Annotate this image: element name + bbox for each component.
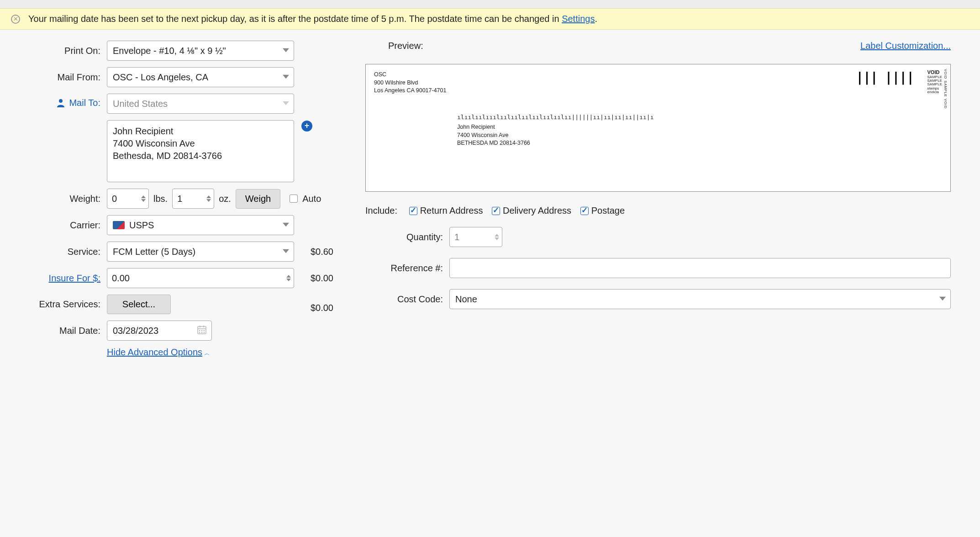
svg-point-7 [204, 330, 204, 331]
reference-input[interactable] [449, 258, 951, 278]
cost-code-value: None [455, 294, 477, 305]
carrier-value: USPS [129, 220, 154, 231]
stamps-endicia-text: stamps endicia [927, 87, 942, 95]
preview-label: Preview: [388, 41, 423, 51]
extra-price: $0.00 [294, 295, 338, 313]
quantity-value: 1 [454, 232, 459, 242]
insure-price: $0.00 [294, 273, 338, 284]
insure-input[interactable]: 0.00 [107, 268, 294, 288]
preview-panel: Preview: Label Customization... OSC 900 … [365, 41, 969, 358]
reference-label: Reference #: [365, 263, 443, 274]
carrier-select[interactable]: USPS [107, 215, 294, 235]
label-customization-link[interactable]: Label Customization... [860, 41, 951, 51]
svg-point-10 [204, 332, 204, 332]
print-on-select[interactable]: Envelope - #10, 4 ⅛" x 9 ½" [107, 41, 294, 61]
mail-from-value: OSC - Los Angeles, CA [113, 72, 208, 83]
void-text: VOID [927, 69, 940, 75]
insure-value: 0.00 [112, 273, 130, 284]
include-options: Include: Return Address Delivery Address… [365, 205, 951, 216]
barcode-icon: ||| |||| [856, 70, 914, 85]
banner-message: Your mailing date has been set to the ne… [28, 14, 597, 24]
address-textarea[interactable]: John Recipient 7400 Wisconsin Ave Bethes… [107, 120, 294, 182]
chevron-down-icon [939, 296, 946, 302]
mail-from-label: Mail From: [2, 72, 107, 83]
mail-to-label-text: Mail To: [69, 98, 100, 108]
weigh-button[interactable]: Weigh [236, 189, 280, 209]
oz-unit-label: oz. [219, 194, 231, 204]
chevron-down-icon [283, 100, 289, 107]
destination-address-preview: John Recipient 7400 Wisconsin Ave BETHES… [457, 123, 653, 147]
include-delivery-address-checkbox[interactable] [492, 207, 500, 215]
calendar-icon[interactable] [197, 325, 207, 337]
chevron-down-icon [283, 248, 289, 255]
print-on-label: Print On: [2, 46, 107, 56]
banner-text: Your mailing date has been set to the ne… [28, 14, 562, 24]
weight-oz-input[interactable]: 1 [172, 189, 214, 209]
quantity-input[interactable]: 1 [449, 227, 502, 247]
mail-to-label[interactable]: Mail To: [2, 98, 107, 110]
destination-block: ılıılıılııılıılıılıılıılıılıılıı||||||ıı… [457, 114, 653, 147]
service-label: Service: [2, 247, 107, 257]
intelligent-mail-barcode: ılıılıılııılıılıılıılıılıılıılıı||||||ıı… [457, 114, 653, 121]
advanced-options-toggle[interactable]: Hide Advanced Options ︿ [107, 347, 210, 357]
settings-link[interactable]: Settings [562, 14, 595, 24]
chevron-down-icon [283, 47, 289, 54]
extra-services-label: Extra Services: [2, 299, 107, 310]
window-top-strip [0, 0, 980, 8]
service-price: $0.60 [294, 247, 338, 257]
include-delivery-address-label: Delivery Address [503, 205, 571, 216]
svg-point-0 [59, 99, 63, 103]
void-side-text: VOID SAMPLE VOID [943, 69, 948, 109]
mail-to-country-select[interactable]: United States [107, 94, 294, 114]
svg-point-5 [199, 330, 200, 331]
void-stamp: VOID SAMPLE SAMPLE SAMPLE stamps endicia [927, 70, 942, 95]
service-value: FCM Letter (5 Days) [113, 247, 195, 257]
banner-period: . [595, 14, 597, 24]
include-label: Include: [365, 205, 397, 216]
weight-label: Weight: [2, 194, 107, 204]
mail-date-label: Mail Date: [2, 326, 107, 336]
chevron-down-icon [283, 222, 289, 228]
service-select[interactable]: FCM Letter (5 Days) [107, 242, 294, 262]
mail-date-input[interactable]: 03/28/2023 [107, 321, 212, 341]
spinner-arrows-icon[interactable] [206, 195, 211, 202]
spinner-arrows-icon[interactable] [495, 234, 499, 240]
auto-weight-label: Auto [302, 194, 321, 204]
include-return-address-label: Return Address [420, 205, 483, 216]
mail-form: Print On: Envelope - #10, 4 ⅛" x 9 ½" Ma… [0, 41, 338, 358]
include-postage-label: Postage [591, 205, 625, 216]
notification-banner: ✕ Your mailing date has been set to the … [0, 8, 980, 30]
mail-to-country-value: United States [113, 99, 168, 109]
include-postage-checkbox[interactable] [580, 207, 589, 215]
spinner-arrows-icon[interactable] [286, 275, 291, 281]
weight-oz-value: 1 [177, 194, 182, 204]
mail-from-select[interactable]: OSC - Los Angeles, CA [107, 67, 294, 87]
extra-services-button[interactable]: Select... [107, 295, 171, 314]
print-on-value: Envelope - #10, 4 ⅛" x 9 ½" [113, 46, 226, 56]
svg-point-6 [201, 330, 202, 331]
banner-close-icon[interactable]: ✕ [11, 15, 20, 24]
svg-point-8 [199, 332, 200, 332]
cost-code-label: Cost Code: [365, 294, 443, 305]
person-icon [56, 98, 65, 110]
svg-point-9 [201, 332, 202, 332]
insure-link[interactable]: Insure For $: [49, 273, 100, 283]
auto-weight-checkbox[interactable] [290, 195, 298, 203]
envelope-preview: OSC 900 Wilshire Blvd Los Angeles CA 900… [365, 64, 951, 192]
spinner-arrows-icon[interactable] [141, 195, 146, 202]
carrier-label: Carrier: [2, 220, 107, 231]
usps-icon [113, 221, 125, 229]
lbs-unit-label: lbs. [153, 194, 168, 204]
chevron-down-icon [283, 74, 289, 80]
cost-code-select[interactable]: None [449, 289, 951, 309]
chevron-up-icon: ︿ [204, 349, 210, 358]
include-return-address-checkbox[interactable] [409, 207, 417, 215]
weight-lbs-input[interactable]: 0 [107, 189, 149, 209]
add-recipient-button[interactable]: + [301, 121, 312, 132]
mail-date-value: 03/28/2023 [113, 326, 158, 336]
weight-lbs-value: 0 [112, 194, 117, 204]
quantity-label: Quantity: [365, 232, 443, 242]
insure-label[interactable]: Insure For $: [2, 273, 107, 284]
advanced-options-text: Hide Advanced Options [107, 347, 202, 357]
